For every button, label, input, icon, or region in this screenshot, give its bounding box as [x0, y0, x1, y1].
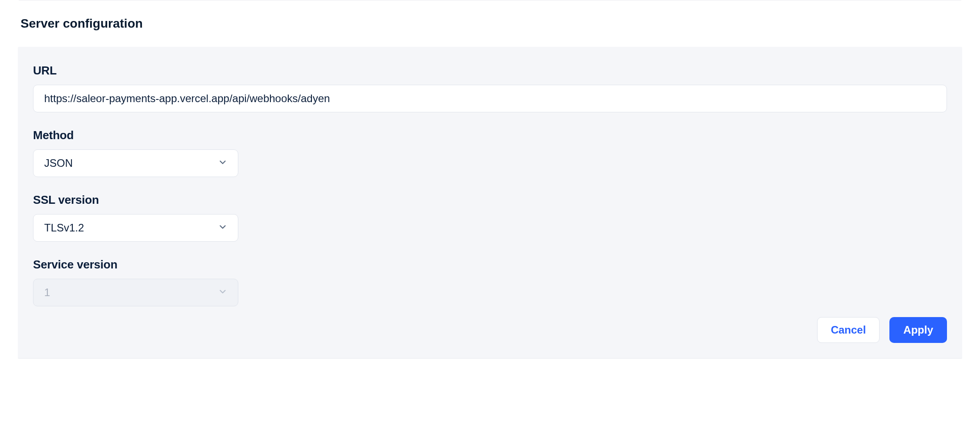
url-label: URL [33, 64, 947, 78]
ssl-version-select-value: TLSv1.2 [44, 222, 84, 234]
method-label: Method [33, 128, 947, 142]
url-input[interactable] [33, 85, 947, 112]
ssl-version-select[interactable]: TLSv1.2 [33, 214, 238, 242]
method-select[interactable]: JSON [33, 149, 238, 177]
ssl-version-label: SSL version [33, 193, 947, 207]
url-row: URL [33, 64, 947, 112]
service-version-select: 1 [33, 279, 238, 306]
section-title: Server configuration [0, 0, 980, 31]
apply-button[interactable]: Apply [889, 317, 947, 343]
server-config-panel: URL Method JSON SSL version TLSv1.2 [18, 47, 962, 359]
service-version-label: Service version [33, 258, 947, 272]
form-actions: Cancel Apply [33, 317, 947, 343]
method-row: Method JSON [33, 128, 947, 177]
service-version-select-value: 1 [44, 286, 50, 299]
method-select-value: JSON [44, 157, 73, 169]
cancel-button[interactable]: Cancel [817, 317, 880, 343]
ssl-version-row: SSL version TLSv1.2 [33, 193, 947, 242]
service-version-row: Service version 1 [33, 258, 947, 306]
